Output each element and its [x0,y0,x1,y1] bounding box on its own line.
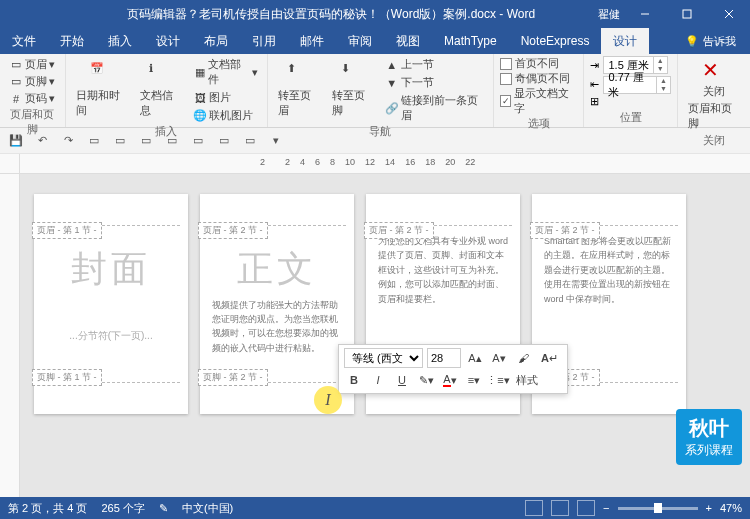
calendar-icon: 📅 [90,62,114,86]
ruler-top-icon: ⇥ [590,59,599,72]
tab-references[interactable]: 引用 [240,28,288,54]
lightbulb-icon: 💡 [685,35,699,48]
qat-button[interactable]: ▭ [162,131,182,151]
group-label: 导航 [274,124,487,139]
format-painter-button[interactable]: 🖌 [513,348,533,368]
qat-button[interactable]: ▭ [240,131,260,151]
ribbon: ▭页眉 ▾ ▭页脚 ▾ #页码 ▾ 页眉和页脚 📅日期和时间 ℹ文档信息 ▦文档… [0,54,750,128]
styles-button[interactable]: A↵ [537,348,562,368]
shrink-font-button[interactable]: A▾ [489,348,509,368]
redo-button[interactable]: ↷ [58,131,78,151]
document-canvas[interactable]: 页眉 - 第 1 节 - 封面 ...分节符(下一页)... 页脚 - 第 1 … [20,174,750,497]
zoom-in-button[interactable]: + [706,502,712,514]
account-name[interactable]: 翟健 [598,7,620,22]
header-tag: 页眉 - 第 1 节 - [32,222,102,239]
status-language[interactable]: 中文(中国) [182,501,233,516]
grow-font-button[interactable]: A▴ [465,348,485,368]
tab-view[interactable]: 视图 [384,28,432,54]
qat-button[interactable]: ▭ [136,131,156,151]
tab-mailings[interactable]: 邮件 [288,28,336,54]
next-section-button[interactable]: ▼下一节 [382,74,487,91]
qat-button[interactable]: ▭ [110,131,130,151]
view-read-button[interactable] [525,500,543,516]
status-page[interactable]: 第 2 页，共 4 页 [8,501,87,516]
tab-context-design[interactable]: 设计 [601,28,649,54]
tab-file[interactable]: 文件 [0,28,48,54]
diff-first-checkbox[interactable]: 首页不同 [500,56,578,71]
picture-button[interactable]: 🖼图片 [190,89,261,106]
minimize-button[interactable] [628,0,662,28]
maximize-button[interactable] [670,0,704,28]
close-x-icon: ✕ [702,58,726,82]
font-select[interactable]: 等线 (西文 [344,348,423,368]
styles-label[interactable]: 样式 [512,370,542,390]
tab-noteexpress[interactable]: NoteExpress [509,28,602,54]
diff-odd-checkbox[interactable]: 奇偶页不同 [500,71,578,86]
docinfo-button[interactable]: ℹ文档信息 [136,60,186,120]
parts-button[interactable]: ▦文档部件 ▾ [190,56,261,88]
zoom-slider[interactable] [618,507,698,510]
spellcheck-icon[interactable]: ✎ [159,502,168,515]
group-nav: ⬆转至页眉 ⬇转至页脚 ▲上一节 ▼下一节 🔗链接到前一条页眉 导航 [268,54,494,127]
goto-footer-button[interactable]: ⬇转至页脚 [328,60,378,120]
online-picture-button[interactable]: 🌐联机图片 [190,107,261,124]
italic-button[interactable]: I [368,370,388,390]
highlight-button[interactable]: ✎▾ [416,370,436,390]
tab-mathtype[interactable]: MathType [432,28,509,54]
ruler-vertical[interactable] [0,174,20,497]
show-doc-checkbox[interactable]: ✓显示文档文字 [500,86,578,116]
numbering-button[interactable]: ⋮≡▾ [488,370,508,390]
pagenum-button[interactable]: #页码 ▾ [6,90,59,107]
tell-me[interactable]: 💡 告诉我 [671,34,750,49]
header-button[interactable]: ▭页眉 ▾ [6,56,59,73]
tab-insert[interactable]: 插入 [96,28,144,54]
down-icon: ⬇ [341,62,365,86]
bold-button[interactable]: B [344,370,364,390]
fontsize-input[interactable] [427,348,461,368]
tab-review[interactable]: 审阅 [336,28,384,54]
watermark-brand: 秋叶 [689,415,729,442]
undo-button[interactable]: ↶ [32,131,52,151]
ruler-horizontal[interactable]: 2246810121416182022 [0,154,750,174]
group-position: ⇥1.5 厘米▲▼ ⇤0.77 厘米▲▼ ⊞ 位置 [584,54,677,127]
underline-button[interactable]: U [392,370,412,390]
mini-toolbar: 等线 (西文 A▴ A▾ 🖌 A↵ B I U ✎▾ A▾ ≡▾ ⋮≡▾ 样式 [338,344,568,394]
qat-button[interactable]: ▭ [214,131,234,151]
tab-icon: ⊞ [590,95,599,108]
prev-section-button[interactable]: ▲上一节 [382,56,487,73]
qat-button[interactable]: ▭ [84,131,104,151]
view-web-button[interactable] [577,500,595,516]
qat-more-button[interactable]: ▾ [266,131,286,151]
page-thumb-1[interactable]: 页眉 - 第 1 节 - 封面 ...分节符(下一页)... 页脚 - 第 1 … [34,194,188,414]
tab-layout[interactable]: 布局 [192,28,240,54]
zoom-out-button[interactable]: − [603,502,609,514]
group-close: ✕ 关闭 页眉和页脚 关闭 [678,54,750,127]
ruler-bottom-icon: ⇤ [590,78,599,91]
footer-bottom-spinner[interactable]: 0.77 厘米▲▼ [603,76,670,94]
cursor-highlight-icon: I [314,386,342,414]
status-words[interactable]: 265 个字 [101,501,144,516]
view-print-button[interactable] [551,500,569,516]
close-hf-button[interactable]: ✕ 关闭 页眉和页脚 [684,56,744,133]
link-icon: 🔗 [385,101,399,115]
tab-home[interactable]: 开始 [48,28,96,54]
header-tag: 页眉 - 第 2 节 - [530,222,600,239]
page-thumb-2[interactable]: 页眉 - 第 2 节 - 正文 视频提供了功能强大的方法帮助您证明您的观点。为您… [200,194,354,414]
font-color-button[interactable]: A▾ [440,370,460,390]
link-previous-button[interactable]: 🔗链接到前一条页眉 [382,92,487,124]
zoom-level[interactable]: 47% [720,502,742,514]
down-arrow-icon: ▼ [385,76,399,90]
save-button[interactable]: 💾 [6,131,26,151]
goto-header-button[interactable]: ⬆转至页眉 [274,60,324,120]
qat-button[interactable]: ▭ [188,131,208,151]
footer-button[interactable]: ▭页脚 ▾ [6,73,59,90]
tab-design[interactable]: 设计 [144,28,192,54]
bullets-button[interactable]: ≡▾ [464,370,484,390]
svg-rect-1 [683,10,691,18]
group-label: 位置 [590,110,670,125]
footer-tag: 页脚 - 第 2 节 - [198,369,268,386]
group-label: 选项 [500,116,578,131]
datetime-button[interactable]: 📅日期和时间 [72,60,132,120]
section-break: ...分节符(下一页)... [46,328,176,344]
close-button[interactable] [712,0,746,28]
